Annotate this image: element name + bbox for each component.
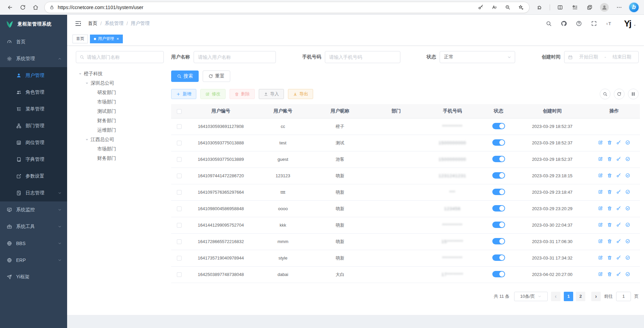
delete-button[interactable]: 删除 (230, 89, 255, 99)
tree-node-测试部门[interactable]: 测试部门 (76, 107, 164, 116)
sidebar-item-字典管理[interactable]: 字典管理 (0, 151, 67, 168)
export-button[interactable]: 导出 (288, 89, 313, 99)
date-range-picker[interactable]: 开始日期 - 结束日期 (564, 51, 639, 63)
row-checkbox[interactable] (177, 206, 182, 211)
row-edit-icon[interactable] (598, 222, 603, 227)
username-input[interactable] (194, 51, 276, 63)
grid-tool-button[interactable] (628, 89, 639, 99)
add-button[interactable]: 新增 (171, 89, 196, 99)
sidebar-item-参数设置[interactable]: 参数设置 (0, 168, 67, 185)
password-key-button[interactable] (476, 3, 486, 12)
row-key-icon[interactable] (616, 206, 621, 211)
sidebar-item-Yi框架[interactable]: Yi框架 (0, 269, 67, 285)
row-delete-icon[interactable] (607, 156, 612, 161)
extensions-button[interactable] (534, 2, 546, 13)
sidebar-item-菜单管理[interactable]: 菜单管理 (0, 101, 67, 118)
row-check-circle-icon[interactable] (625, 222, 630, 227)
row-delete-icon[interactable] (607, 222, 612, 227)
tree-node-运维部门[interactable]: 运维部门 (76, 126, 164, 135)
row-edit-icon[interactable] (598, 255, 603, 260)
row-checkbox[interactable] (177, 157, 182, 162)
address-bar[interactable]: https://ccnetcore.com:1101/system/user (44, 2, 530, 13)
refresh-tool-button[interactable] (614, 89, 625, 99)
breadcrumb-home[interactable]: 首页 (88, 20, 97, 27)
row-checkbox[interactable] (177, 174, 182, 178)
status-toggle[interactable] (492, 205, 505, 212)
sidebar-item-BBS[interactable]: BBS (0, 235, 67, 252)
row-edit-icon[interactable] (598, 189, 603, 194)
browser-back-button[interactable] (4, 2, 16, 13)
row-key-icon[interactable] (616, 173, 621, 178)
row-edit-icon[interactable] (598, 272, 603, 277)
sidebar-item-ERP[interactable]: ERP (0, 252, 67, 269)
tree-node-研发部门[interactable]: 研发部门 (76, 88, 164, 97)
favorite-button[interactable] (516, 3, 526, 12)
row-edit-icon[interactable] (598, 140, 603, 145)
status-select[interactable]: 正常 (440, 51, 515, 63)
status-toggle[interactable] (492, 254, 505, 261)
user-avatar-logo[interactable]: Yj (624, 19, 637, 28)
row-delete-icon[interactable] (607, 255, 612, 260)
status-toggle[interactable] (492, 271, 505, 277)
row-check-circle-icon[interactable] (625, 239, 630, 244)
prev-page-button[interactable]: ‹ (551, 292, 560, 301)
row-key-icon[interactable] (616, 239, 621, 244)
row-delete-icon[interactable] (607, 272, 612, 277)
row-check-circle-icon[interactable] (625, 140, 630, 145)
status-toggle[interactable] (492, 156, 505, 162)
edit-button[interactable]: 修改 (200, 89, 226, 99)
row-key-icon[interactable] (616, 272, 621, 277)
row-key-icon[interactable] (616, 140, 621, 145)
row-key-icon[interactable] (616, 156, 621, 161)
row-delete-icon[interactable] (607, 140, 612, 145)
url-text[interactable]: https://ccnetcore.com:1101/system/user (58, 5, 143, 10)
breadcrumb-system[interactable]: 系统管理 (105, 20, 123, 27)
select-all-checkbox[interactable] (177, 109, 182, 114)
row-check-circle-icon[interactable] (625, 173, 630, 178)
row-delete-icon[interactable] (607, 239, 612, 244)
reset-button[interactable]: 重置 (203, 71, 230, 82)
row-edit-icon[interactable] (598, 239, 603, 244)
sidebar-item-岗位管理[interactable]: 岗位管理 (0, 134, 67, 151)
sidebar-item-部门管理[interactable]: 部门管理 (0, 118, 67, 134)
browser-refresh-button[interactable] (17, 2, 29, 13)
status-toggle[interactable] (492, 139, 505, 146)
row-edit-icon[interactable] (598, 156, 603, 161)
page-button-1[interactable]: 1 (564, 292, 573, 301)
sidebar-item-系统管理[interactable]: 系统管理 (0, 50, 67, 67)
row-check-circle-icon[interactable] (625, 156, 630, 161)
row-checkbox[interactable] (177, 141, 182, 145)
import-button[interactable]: 导入 (259, 89, 284, 99)
browser-menu-button[interactable] (613, 2, 625, 13)
row-checkbox[interactable] (177, 190, 182, 195)
next-page-button[interactable]: › (591, 292, 601, 301)
tree-node-橙子科技[interactable]: 橙子科技 (76, 69, 164, 79)
favorites-list-button[interactable] (569, 2, 581, 13)
dept-search-input[interactable] (87, 54, 160, 60)
tag-user-management[interactable]: 用户管理 × (90, 35, 123, 43)
status-toggle[interactable] (492, 123, 505, 129)
row-edit-icon[interactable] (598, 206, 603, 211)
status-toggle[interactable] (492, 238, 505, 244)
tree-node-财务部门[interactable]: 财务部门 (76, 116, 164, 126)
sidebar-item-日志管理[interactable]: 日志管理 (0, 185, 67, 201)
sidebar-item-用户管理[interactable]: 用户管理 (0, 67, 67, 84)
search-button[interactable]: 搜索 (171, 71, 199, 82)
read-aloud-button[interactable] (489, 3, 499, 12)
row-checkbox[interactable] (177, 239, 182, 244)
row-checkbox[interactable] (177, 256, 182, 261)
close-icon[interactable]: × (116, 37, 119, 41)
split-screen-button[interactable] (554, 2, 566, 13)
row-check-circle-icon[interactable] (625, 189, 630, 194)
hamburger-icon[interactable] (75, 20, 82, 27)
sidebar-item-角色管理[interactable]: 角色管理 (0, 84, 67, 101)
row-check-circle-icon[interactable] (625, 272, 630, 277)
date-end-placeholder[interactable]: 结束日期 (609, 54, 635, 60)
row-delete-icon[interactable] (607, 173, 612, 178)
row-checkbox[interactable] (177, 223, 182, 228)
row-key-icon[interactable] (616, 255, 621, 260)
row-key-icon[interactable] (616, 222, 621, 227)
tree-node-江西总公司[interactable]: 江西总公司 (76, 135, 164, 144)
phone-input[interactable] (325, 51, 400, 63)
tree-node-深圳总公司[interactable]: 深圳总公司 (76, 79, 164, 88)
